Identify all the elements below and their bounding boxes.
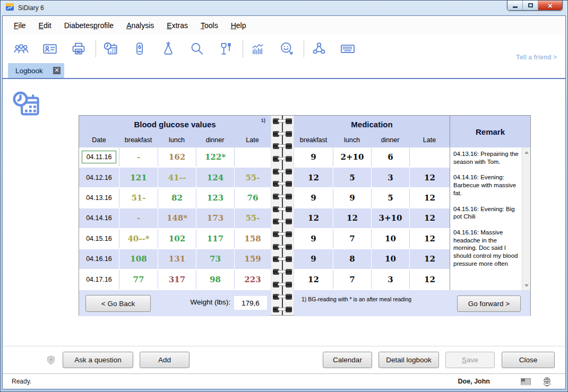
med-value-cell[interactable]: 8 [333, 249, 371, 268]
date-cell[interactable]: 04.11.16 [79, 147, 119, 167]
menu-file[interactable]: File [14, 21, 26, 30]
med-value-cell[interactable]: 10 [371, 249, 409, 268]
keyboard-icon[interactable] [339, 40, 356, 57]
med-value-cell[interactable]: 12 [409, 188, 450, 207]
bg-value-cell[interactable]: 41-- [158, 168, 196, 187]
med-value-cell[interactable]: 7 [333, 270, 371, 289]
menu-tools[interactable]: Tools [201, 21, 218, 30]
med-value-cell[interactable]: 9 [294, 249, 333, 268]
med-value-cell[interactable]: 12 [409, 168, 450, 187]
date-cell[interactable]: 04.17.16 [79, 270, 119, 289]
go-back-button[interactable]: < Go Back [85, 295, 151, 312]
med-value-cell[interactable]: 12 [409, 249, 450, 268]
users-icon[interactable] [13, 40, 30, 57]
detail-logbook-button[interactable]: Detail logbook [378, 352, 439, 368]
med-value-cell[interactable]: 3 [371, 270, 409, 289]
med-value-cell[interactable]: 12 [294, 168, 333, 187]
patient-card-icon[interactable] [41, 40, 58, 57]
bg-value-cell[interactable]: 131 [158, 249, 196, 268]
med-value-cell[interactable]: 5 [333, 168, 371, 187]
bg-value-cell[interactable]: 55- [234, 168, 271, 187]
scroll-up-icon[interactable] [522, 148, 530, 156]
printer-icon[interactable] [70, 40, 87, 57]
med-value-cell[interactable]: 5 [371, 188, 409, 207]
menu-analysis[interactable]: Analysis [126, 21, 154, 30]
bg-value-cell[interactable]: 121 [119, 168, 158, 187]
close-button[interactable]: Close [502, 352, 555, 368]
minimize-button[interactable] [507, 1, 523, 10]
med-value-cell[interactable]: 12 [294, 208, 333, 228]
med-value-cell[interactable]: 9 [294, 188, 333, 207]
nutrition-icon[interactable] [217, 40, 234, 57]
tab-logbook[interactable]: Logbook ✕ [8, 63, 64, 78]
bg-value-cell[interactable]: 117 [196, 229, 234, 248]
med-value-cell[interactable] [409, 147, 450, 167]
bg-value-cell[interactable]: 77 [119, 270, 158, 289]
menu-extras[interactable]: Extras [167, 21, 188, 30]
bg-value-cell[interactable]: - [119, 208, 158, 228]
glucose-meter-icon[interactable] [131, 40, 148, 57]
bg-value-cell[interactable]: 51- [119, 188, 158, 207]
med-value-cell[interactable]: 3 [371, 168, 409, 187]
med-value-cell[interactable]: 9 [294, 229, 333, 248]
bg-value-cell[interactable]: 122* [196, 147, 234, 167]
med-value-cell[interactable]: 10 [371, 229, 409, 248]
help-shield-icon[interactable]: ? [47, 355, 55, 365]
remark-scrollbar[interactable] [522, 147, 530, 290]
med-value-cell[interactable]: 12 [409, 229, 450, 248]
med-value-cell[interactable]: 12 [409, 208, 450, 228]
date-cell[interactable]: 04.12.16 [79, 168, 119, 187]
bg-value-cell[interactable]: 73 [196, 249, 234, 268]
wellness-icon[interactable] [278, 40, 295, 57]
bg-value-cell[interactable]: 98 [196, 270, 234, 289]
bg-value-cell[interactable]: 102 [158, 229, 196, 248]
bg-value-cell[interactable]: 123 [196, 188, 234, 207]
lab-results-icon[interactable] [160, 40, 177, 57]
med-value-cell[interactable]: 9 [333, 188, 371, 207]
bg-value-cell[interactable]: 173 [196, 208, 234, 228]
med-value-cell[interactable]: 3+10 [371, 208, 409, 228]
bg-value-cell[interactable]: 76 [234, 188, 271, 207]
share-icon[interactable] [311, 40, 328, 57]
med-value-cell[interactable]: 2+10 [333, 147, 371, 167]
bg-value-cell[interactable]: 108 [119, 249, 158, 268]
med-value-cell[interactable]: 12 [294, 270, 333, 289]
date-cell[interactable]: 04.13.16 [79, 188, 119, 207]
bg-value-cell[interactable]: 162 [158, 147, 196, 167]
ask-a-question-button[interactable]: Ask a question [63, 352, 133, 368]
tell-a-friend-link[interactable]: Tell a friend > [516, 54, 557, 61]
bg-value-cell[interactable]: 317 [158, 270, 196, 289]
save-button[interactable]: Save [445, 352, 495, 368]
bg-value-cell[interactable]: 158 [234, 229, 271, 248]
menu-help[interactable]: Help [231, 21, 246, 30]
calendar-button[interactable]: Calendar [323, 352, 372, 368]
med-value-cell[interactable]: 12 [333, 208, 371, 228]
bg-value-cell[interactable]: - [119, 147, 158, 167]
bg-value-cell[interactable]: 40--* [119, 229, 158, 248]
scroll-down-icon[interactable] [522, 281, 530, 290]
remark-body[interactable]: 04.13.16: Prepairing the season with Tom… [450, 147, 530, 290]
bg-value-cell[interactable]: 159 [234, 249, 271, 268]
bg-value-cell[interactable]: 55- [234, 208, 271, 228]
statistics-icon[interactable] [249, 40, 266, 57]
med-value-cell[interactable]: 9 [294, 147, 333, 167]
menu-edit[interactable]: Edit [39, 21, 51, 30]
search-icon[interactable] [188, 40, 205, 57]
date-cell[interactable]: 04.15.16 [79, 229, 119, 248]
bg-value-cell[interactable] [234, 147, 271, 167]
date-cell[interactable]: 04.14.16 [79, 208, 119, 228]
med-value-cell[interactable]: 6 [371, 147, 409, 167]
med-value-cell[interactable]: 12 [409, 270, 450, 289]
bg-value-cell[interactable]: 148* [158, 208, 196, 228]
bg-value-cell[interactable]: 223 [234, 270, 271, 289]
close-window-button[interactable]: × [538, 1, 562, 10]
weight-input[interactable] [234, 296, 267, 310]
bg-value-cell[interactable]: 82 [158, 188, 196, 207]
menu-diabetesprofile[interactable]: Diabetesprofile [64, 21, 114, 30]
maximize-button[interactable] [523, 1, 538, 10]
keyboard-layout-flag-icon[interactable] [521, 378, 531, 385]
date-cell[interactable]: 04.16.16 [79, 249, 119, 268]
bg-value-cell[interactable]: 124 [196, 168, 234, 187]
title-bar[interactable]: SiDiary 6 [1, 1, 567, 15]
logbook-icon[interactable] [102, 40, 119, 57]
